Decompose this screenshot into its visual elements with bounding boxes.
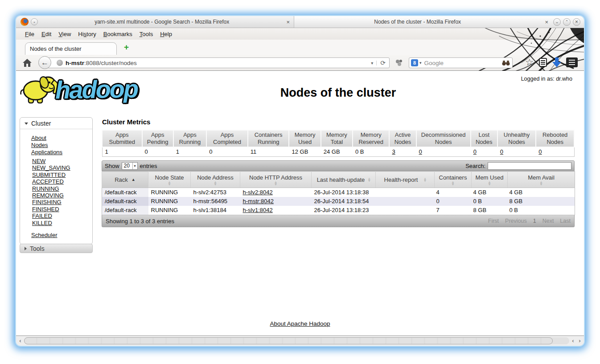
rebooted-nodes-link[interactable]: 0: [538, 148, 542, 155]
show-label: Show: [105, 163, 119, 169]
sort-icons: ▵▿: [214, 181, 216, 185]
url-input[interactable]: h-mstr :8088/cluster/nodes ▾ ⟳: [45, 57, 390, 68]
close-button[interactable]: ✕: [573, 18, 580, 26]
pagination-last[interactable]: Last: [560, 218, 571, 224]
menu-edit[interactable]: Edit: [38, 29, 55, 39]
scheduler-link[interactable]: Scheduler: [31, 232, 58, 238]
metrics-col-header: Apps Submitted: [102, 130, 142, 147]
lost-nodes-link[interactable]: 0: [473, 148, 477, 155]
sidebar-item-about: About: [31, 135, 92, 142]
close-icon[interactable]: ×: [541, 19, 552, 25]
metrics-col-header: Apps Running: [173, 130, 206, 147]
col-header-mem-used[interactable]: Mem Used▵▿: [472, 172, 508, 188]
metrics-decommissioned-nodes: 0: [416, 147, 471, 157]
back-button[interactable]: ←: [38, 56, 51, 69]
col-header-last-health-update[interactable]: Last health-update▵▿: [312, 172, 376, 188]
url-dropdown-icon[interactable]: ▾: [368, 61, 377, 65]
sort-icons: ▵▿: [489, 181, 490, 185]
cell-node-address: h-slv1:38184: [191, 206, 240, 215]
state-removing-link[interactable]: REMOVING: [32, 192, 64, 199]
node-http-link[interactable]: h-mstr:8042: [243, 198, 274, 204]
minimize-button[interactable]: ⌄: [553, 18, 561, 26]
horizontal-scrollbar[interactable]: ‹ ‹ ›: [16, 335, 584, 345]
app-menu-icon[interactable]: [566, 57, 578, 67]
maximize-button[interactable]: ⌃: [563, 18, 571, 26]
state-finished-link[interactable]: FINISHED: [32, 206, 59, 213]
sidebar-item-nodes: Nodes: [31, 142, 92, 149]
window-menu-button[interactable]: •: [31, 18, 38, 25]
state-new-link[interactable]: NEW: [32, 158, 45, 164]
web-search-input[interactable]: [424, 60, 502, 66]
menu-view[interactable]: View: [55, 29, 74, 39]
scroll-right-icon[interactable]: ›: [577, 337, 583, 345]
pagination-next[interactable]: Next: [542, 218, 554, 224]
tab-nodes-of-the-cluster[interactable]: Nodes of the cluster: [25, 42, 117, 55]
logged-in-status: Logged in as: dr.who: [521, 76, 572, 82]
inactive-window-title-tab[interactable]: • yarn-site.xml multinode - Google Searc…: [16, 16, 294, 28]
col-header-mem-avail[interactable]: Mem Avail▵▿: [508, 172, 575, 188]
tab-bar: Nodes of the cluster +: [16, 40, 584, 55]
state-killed-link[interactable]: KILLED: [32, 220, 52, 226]
search-box: 8 ▾: [409, 57, 513, 68]
home-icon[interactable]: [23, 59, 32, 67]
scroll-left-icon[interactable]: ‹: [570, 337, 576, 345]
search-engine-dropdown-icon[interactable]: ▾: [419, 61, 422, 65]
menu-file[interactable]: File: [21, 29, 38, 39]
close-icon[interactable]: ×: [282, 19, 294, 25]
state-failed-link[interactable]: FAILED: [32, 213, 52, 219]
state-finishing-link[interactable]: FINISHING: [32, 199, 62, 205]
about-apache-hadoop-link[interactable]: About Apache Hadoop: [270, 320, 330, 327]
applications-link[interactable]: Applications: [31, 149, 62, 155]
state-submitted-link[interactable]: SUBMITTED: [32, 172, 66, 178]
metrics-col-header: Memory Used: [289, 130, 321, 147]
nodes-link[interactable]: Nodes: [31, 142, 48, 148]
node-http-link[interactable]: h-slv2:8042: [243, 189, 273, 196]
scrollbar-thumb[interactable]: [24, 337, 553, 344]
decommissioned-nodes-link[interactable]: 0: [419, 148, 422, 155]
metrics-memory-used: 12 GB: [289, 147, 321, 157]
new-tab-button[interactable]: +: [124, 42, 129, 52]
col-header-node-state[interactable]: Node State▵▿: [148, 172, 191, 188]
table-search-input[interactable]: [488, 162, 571, 170]
nodes-table: Rack▲ Node State▵▿ Node Address▵▿ Node H…: [102, 171, 575, 215]
about-link[interactable]: About: [31, 135, 46, 141]
col-header-rack[interactable]: Rack▲: [102, 172, 148, 188]
col-header-health-report[interactable]: Health-report▵▿: [376, 172, 435, 188]
scrollbar-track[interactable]: [24, 337, 569, 344]
page-size-select[interactable]: 20 ▾: [122, 162, 138, 170]
binoculars-icon[interactable]: [502, 60, 510, 66]
cell-mem-avail: 4 GB: [508, 188, 575, 197]
table-controls-bar: Show 20 ▾ entries Search:: [102, 160, 575, 171]
pagination-page-1[interactable]: 1: [533, 218, 536, 224]
active-window-title-tab[interactable]: Nodes of the cluster - Mozilla Firefox ×…: [294, 16, 584, 28]
state-accepted-link[interactable]: ACCEPTED: [32, 178, 64, 185]
col-header-containers[interactable]: Containers▵▿: [435, 172, 472, 188]
menu-history[interactable]: History: [74, 29, 99, 39]
sidebar-cluster-header[interactable]: Cluster: [20, 118, 92, 129]
menu-help[interactable]: Help: [156, 29, 176, 39]
bookmark-star-icon[interactable]: ☆: [525, 57, 534, 68]
downloads-icon[interactable]: [552, 57, 561, 67]
metrics-col-header: Containers Running: [248, 130, 289, 147]
reading-list-icon[interactable]: [538, 58, 547, 67]
pagination-first[interactable]: First: [488, 218, 499, 224]
col-header-node-http-address[interactable]: Node HTTP Address▵▿: [240, 172, 312, 188]
sidebar-tools-header[interactable]: Tools: [20, 244, 93, 253]
menu-bookmarks[interactable]: Bookmarks: [100, 29, 136, 39]
metrics-col-header: Active Nodes: [389, 130, 416, 147]
scroll-left-icon[interactable]: ‹: [17, 337, 23, 345]
reload-icon[interactable]: ⟳: [377, 59, 389, 66]
sort-ascending-icon: ▲: [132, 177, 136, 182]
menu-tools[interactable]: Tools: [136, 29, 156, 39]
state-new-saving-link[interactable]: NEW_SAVING: [32, 164, 70, 171]
pagination-previous[interactable]: Previous: [505, 218, 527, 224]
cluster-metrics-table: Apps Submitted Apps Pending Apps Running…: [102, 130, 575, 157]
share-icon[interactable]: [395, 59, 403, 66]
node-http-link[interactable]: h-slv1:8042: [243, 207, 273, 213]
active-nodes-link[interactable]: 3: [392, 148, 395, 155]
col-header-node-address[interactable]: Node Address▵▿: [191, 172, 240, 188]
metrics-apps-running: 1: [173, 147, 206, 157]
unhealthy-nodes-link[interactable]: 0: [500, 148, 503, 155]
state-running-link[interactable]: RUNNING: [32, 185, 59, 192]
google-engine-icon[interactable]: 8: [411, 59, 418, 66]
